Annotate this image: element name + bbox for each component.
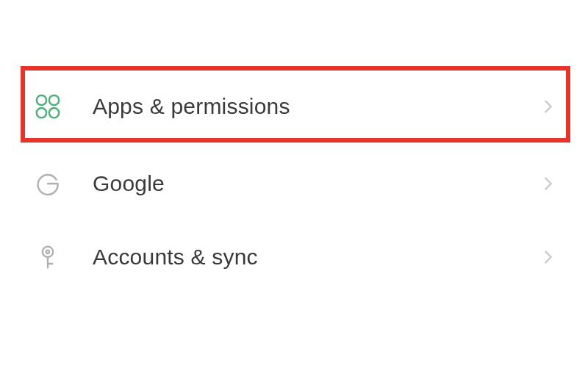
settings-item-label: Apps & permissions	[93, 94, 538, 119]
key-icon	[34, 243, 62, 271]
apps-icon	[34, 93, 62, 120]
svg-point-1	[49, 96, 59, 105]
settings-list: Apps & permissions Google	[0, 0, 588, 294]
settings-item-label: Google	[93, 171, 538, 196]
svg-point-3	[49, 108, 59, 118]
svg-point-5	[46, 251, 49, 253]
settings-item-label: Accounts & sync	[93, 245, 538, 270]
svg-point-0	[37, 96, 46, 105]
settings-item-accounts-sync[interactable]: Accounts & sync	[0, 220, 588, 294]
chevron-right-icon	[538, 96, 559, 117]
google-icon	[34, 170, 62, 198]
settings-item-apps-permissions[interactable]: Apps & permissions	[0, 66, 588, 147]
chevron-right-icon	[538, 247, 559, 267]
svg-point-4	[43, 247, 53, 257]
chevron-right-icon	[538, 173, 559, 194]
settings-item-google[interactable]: Google	[0, 147, 588, 220]
svg-point-2	[37, 108, 46, 118]
